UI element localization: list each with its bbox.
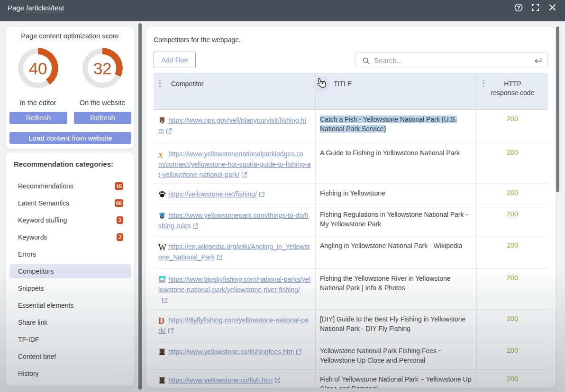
svg-text:32: 32: [93, 59, 111, 78]
svg-text:?: ?: [517, 5, 520, 10]
svg-text:40: 40: [29, 59, 47, 78]
